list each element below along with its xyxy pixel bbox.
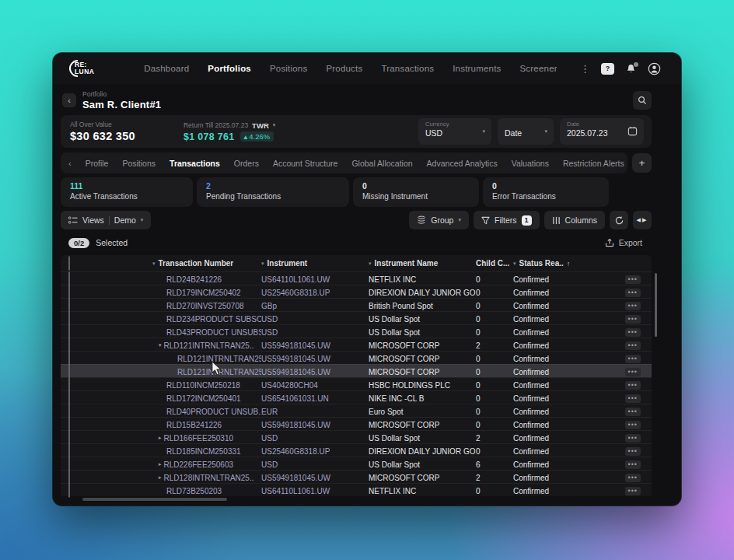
table-row[interactable]: RLD110INCM250218US404280CH04HSBC HOLDING… bbox=[61, 377, 652, 390]
summary-card-active-transactions[interactable]: 111Active Transactions bbox=[61, 177, 193, 207]
row-menu-button[interactable]: ••• bbox=[625, 355, 641, 363]
main-nav: DashboardPortfoliosPositionsProductsTran… bbox=[144, 64, 580, 73]
tab-restriction-alerts[interactable]: Restriction Alerts bbox=[563, 159, 624, 168]
tab-advanced-analytics[interactable]: Advanced Analytics bbox=[427, 159, 498, 168]
table-row[interactable]: RLD121INTRNLTRAN250..US5949181045.UWMICR… bbox=[61, 364, 652, 377]
tab-orders[interactable]: Orders bbox=[234, 159, 259, 168]
cell-child-count: 2 bbox=[476, 474, 513, 482]
columns-button[interactable]: Columns bbox=[544, 211, 605, 229]
row-menu-button[interactable]: ••• bbox=[625, 487, 641, 495]
chevron-down-icon: ▾ bbox=[141, 217, 144, 223]
table-row[interactable]: ▸RLD166FEE250310USDUS Dollar Spot2Confir… bbox=[61, 430, 652, 443]
table-row[interactable]: ▸RLD226FEE250603USDUS Dollar Spot6Confir… bbox=[61, 457, 652, 470]
row-menu-button[interactable]: ••• bbox=[625, 289, 641, 297]
chevron-down-icon[interactable]: ▾ bbox=[273, 122, 276, 128]
row-menu-button[interactable]: ••• bbox=[625, 328, 641, 337]
row-checkbox[interactable] bbox=[68, 483, 70, 498]
cell-transaction-number: RLD40PRODUCT UNSUB.. bbox=[152, 408, 261, 416]
currency-select[interactable]: Currency USD ▾ bbox=[418, 118, 491, 145]
all-over-value-stat: All Over Value $30 632 350 bbox=[70, 121, 135, 142]
tab-global-allocation[interactable]: Global Allocation bbox=[351, 159, 412, 168]
expand-caret-right-icon[interactable]: ▸ bbox=[159, 474, 162, 481]
summary-card-pending-transactions[interactable]: 2Pending Transactions bbox=[197, 177, 349, 207]
nav-item-products[interactable]: Products bbox=[326, 64, 362, 73]
table-row[interactable]: RLD40PRODUCT UNSUB..EUREuro Spot0Confirm… bbox=[61, 404, 652, 417]
expand-caret-right-icon[interactable]: ▸ bbox=[159, 461, 162, 467]
group-button[interactable]: Group ▾ bbox=[409, 211, 469, 229]
row-menu-button[interactable]: ••• bbox=[625, 394, 641, 403]
cell-instrument-name: DIREXION DAILY JUNIOR GO.. bbox=[369, 447, 476, 456]
cell-transaction-number: RLD270INVST250708 bbox=[152, 302, 261, 310]
summary-count: 111 bbox=[70, 181, 184, 191]
table-row[interactable]: RLD121INTRNLTRAN250..US5949181045.UWMICR… bbox=[61, 351, 652, 364]
notifications-button[interactable] bbox=[625, 63, 637, 75]
row-checkbox-cell bbox=[61, 325, 152, 339]
filters-button[interactable]: Filters 1 bbox=[474, 211, 540, 229]
row-menu-button[interactable]: ••• bbox=[625, 302, 641, 310]
nav-item-instruments[interactable]: Instruments bbox=[453, 64, 501, 73]
row-menu-button[interactable]: ••• bbox=[625, 434, 641, 443]
table-row[interactable]: RLD179INCM250402US25460G8318.UPDIREXION … bbox=[61, 285, 652, 298]
summary-card-missing-instrument[interactable]: 0Missing Instrument bbox=[353, 177, 479, 207]
add-tab-button[interactable]: + bbox=[632, 153, 652, 173]
summary-card-error-transactions[interactable]: 0Error Transactions bbox=[483, 177, 609, 207]
row-menu-button[interactable]: ••• bbox=[625, 275, 641, 284]
row-menu-button[interactable]: ••• bbox=[625, 408, 641, 416]
transaction-number: RLD73B250203 bbox=[166, 487, 222, 495]
nav-item-transactions[interactable]: Transactions bbox=[381, 64, 434, 73]
date-field[interactable]: Date 2025.07.23 bbox=[560, 118, 644, 145]
tab-transactions[interactable]: Transactions bbox=[170, 159, 220, 168]
expand-caret-down-icon[interactable]: ▾ bbox=[159, 342, 162, 348]
nav-item-screener[interactable]: Screener bbox=[520, 64, 557, 73]
row-menu-button[interactable]: ••• bbox=[625, 460, 641, 469]
row-menu-button[interactable]: ••• bbox=[625, 421, 641, 429]
views-button[interactable]: Views Demo ▾ bbox=[61, 211, 151, 229]
table-row[interactable]: RLD234PRODUCT SUBSC..USDUS Dollar Spot0C… bbox=[61, 311, 652, 324]
table-row[interactable]: RLD24B241226US64110L1061.UWNETFLIX INC0C… bbox=[61, 271, 652, 285]
column-header-instrument-name[interactable]: ▾Instrument Name bbox=[369, 259, 476, 268]
column-header-child-c-[interactable]: Child C... bbox=[476, 259, 513, 268]
export-button[interactable]: Export bbox=[605, 238, 648, 247]
pager-arrows-button[interactable]: ◀▶ bbox=[633, 211, 652, 229]
row-menu-button[interactable]: ••• bbox=[625, 474, 641, 482]
select-all-checkbox[interactable] bbox=[68, 256, 70, 271]
vertical-scrollbar[interactable] bbox=[655, 273, 657, 337]
table-row[interactable]: RLD73B250203US64110L1061.UWNETFLIX INC0C… bbox=[61, 483, 652, 496]
date-mode-select[interactable]: Date ▾ bbox=[498, 118, 554, 145]
tab-valuations[interactable]: Valuations bbox=[512, 159, 549, 168]
row-menu-button[interactable]: ••• bbox=[625, 341, 641, 350]
table-row[interactable]: RLD270INVST250708GBpBritish Pound Spot0C… bbox=[61, 298, 652, 311]
table-row[interactable]: ▾RLD121INTRNLTRAN25..US5949181045.UWMICR… bbox=[61, 338, 652, 351]
nav-item-portfolios[interactable]: Portfolios bbox=[208, 64, 251, 73]
refresh-button[interactable] bbox=[610, 211, 628, 229]
row-menu-button[interactable]: ••• bbox=[625, 368, 641, 376]
row-menu-button[interactable]: ••• bbox=[625, 381, 641, 390]
kebab-menu-icon[interactable]: ⋮ bbox=[580, 64, 590, 74]
row-menu-button[interactable]: ••• bbox=[625, 315, 641, 324]
tab-positions[interactable]: Positions bbox=[122, 159, 156, 168]
row-menu-button[interactable]: ••• bbox=[625, 447, 641, 456]
table-row[interactable]: RLD172INCM250401US6541061031.UNNIKE INC … bbox=[61, 390, 652, 404]
tabs-scroll-left[interactable]: ‹ bbox=[68, 159, 72, 168]
tab-profile[interactable]: Profile bbox=[86, 159, 109, 168]
table-row[interactable]: RLD43PRODUCT UNSUBS..USDUS Dollar Spot0C… bbox=[61, 324, 652, 338]
help-button[interactable]: ? bbox=[601, 63, 614, 75]
nav-item-positions[interactable]: Positions bbox=[270, 64, 307, 73]
column-header-instrument[interactable]: ▾Instrument bbox=[261, 259, 369, 268]
horizontal-scrollbar[interactable] bbox=[82, 498, 227, 501]
return-mode-select[interactable]: TWR bbox=[252, 121, 269, 130]
account-button[interactable] bbox=[648, 62, 661, 75]
table-row[interactable]: RLD15B241226US5949181045.UWMICROSOFT COR… bbox=[61, 417, 652, 430]
column-header-transaction-number[interactable]: ▾Transaction Number bbox=[152, 259, 261, 268]
column-header-status-rea-[interactable]: ▾Status Rea..↑ bbox=[513, 259, 582, 268]
back-button[interactable]: ‹ bbox=[62, 93, 76, 107]
app-logo[interactable]: RE:LUNA bbox=[75, 61, 94, 75]
tab-account-structure[interactable]: Account Structure bbox=[273, 159, 337, 168]
row-menu-cell: ••• bbox=[582, 460, 652, 469]
expand-caret-right-icon[interactable]: ▸ bbox=[159, 435, 162, 441]
row-checkbox-cell bbox=[61, 272, 152, 286]
nav-item-dashboard[interactable]: Dashboard bbox=[144, 64, 189, 73]
search-button[interactable] bbox=[633, 91, 652, 110]
table-row[interactable]: ▸RLD128INTRNLTRAN25..US5949181045.UWMICR… bbox=[61, 470, 652, 483]
table-row[interactable]: RLD185INCM250331US25460G8318.UPDIREXION … bbox=[61, 443, 652, 457]
